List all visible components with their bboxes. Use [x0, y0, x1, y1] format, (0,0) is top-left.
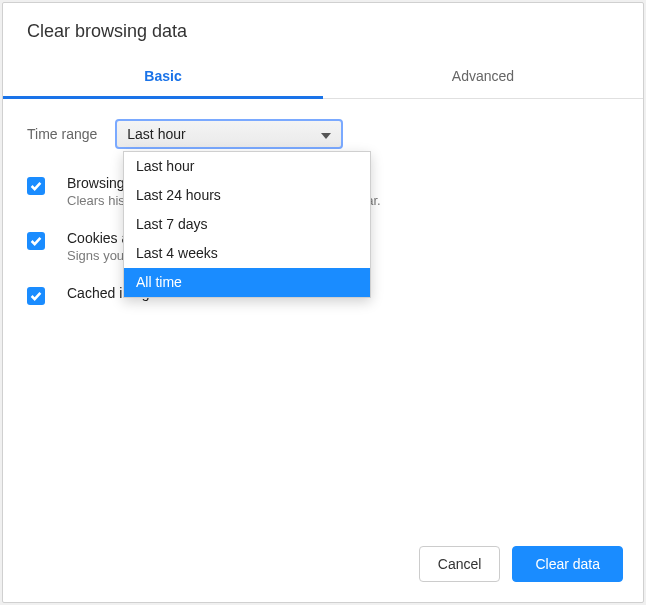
dialog-body: Time range Last hour Last hour Last 24 h…: [3, 99, 643, 530]
check-icon: [29, 179, 43, 193]
time-range-dropdown: Last hour Last 24 hours Last 7 days Last…: [123, 151, 371, 298]
time-range-selected: Last hour: [127, 126, 185, 142]
dropdown-option-all-time[interactable]: All time: [124, 268, 370, 297]
chevron-down-icon: [321, 126, 331, 142]
checkbox-cookies[interactable]: [27, 232, 45, 250]
dropdown-option-last-24-hours[interactable]: Last 24 hours: [124, 181, 370, 210]
check-icon: [29, 234, 43, 248]
clear-browsing-data-dialog: Clear browsing data Basic Advanced Time …: [2, 2, 644, 603]
clear-data-button[interactable]: Clear data: [512, 546, 623, 582]
tab-basic[interactable]: Basic: [3, 56, 323, 98]
checkbox-cache[interactable]: [27, 287, 45, 305]
time-range-select[interactable]: Last hour: [115, 119, 343, 149]
tab-advanced[interactable]: Advanced: [323, 56, 643, 98]
tabs: Basic Advanced: [3, 56, 643, 99]
cancel-button[interactable]: Cancel: [419, 546, 501, 582]
dropdown-option-last-hour[interactable]: Last hour: [124, 152, 370, 181]
dialog-footer: Cancel Clear data: [3, 530, 643, 602]
dialog-title: Clear browsing data: [3, 3, 643, 56]
dropdown-option-last-7-days[interactable]: Last 7 days: [124, 210, 370, 239]
time-range-row: Time range Last hour: [27, 119, 619, 149]
checkbox-browsing-history[interactable]: [27, 177, 45, 195]
dropdown-option-last-4-weeks[interactable]: Last 4 weeks: [124, 239, 370, 268]
check-icon: [29, 289, 43, 303]
time-range-label: Time range: [27, 126, 97, 142]
